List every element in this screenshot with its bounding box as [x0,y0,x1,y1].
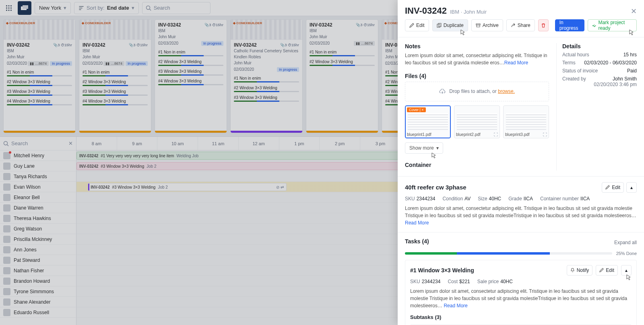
task-card: #1 Window 3×3 Welding Notify Edit ▴ SKU2… [405,260,637,325]
edit-button[interactable]: Edit [405,19,429,31]
container-specs: SKU2344234 ConditionAV Size40HC GradeIIC… [405,196,637,202]
task-notify-button[interactable]: Notify [567,265,593,276]
double-check-icon [592,23,596,28]
panel-title: INV-03242 [405,6,447,16]
task-edit-button[interactable]: Edit [596,265,618,276]
container-heading: Container [405,162,549,168]
cursor-icon [459,29,464,36]
delete-button[interactable] [538,19,549,31]
bell-icon [570,268,575,272]
task-desc: Lorem ipsum dolor sit amet, consectetur … [410,288,632,309]
svg-rect-18 [477,25,480,27]
task-collapse-button[interactable]: ▴ [621,265,632,276]
panel-side-column: Details Actual hours15 hrs Terms02/03/20… [556,43,637,171]
progress-label: 25% Done [616,251,637,256]
panel-subtitle: IBM · John Muir [450,9,487,15]
tasks-section: Tasks (4) Expand all 25% Done #1 Window … [398,232,644,325]
detail-terms: Terms02/03/2020 - 06/03/2020 [562,60,637,66]
container-edit-button[interactable]: Edit [602,182,624,193]
panel-body: Notes Lorem ipsum dolor sit amet, consec… [398,37,644,177]
tasks-heading: Tasks (4) [405,238,429,245]
details-heading: Details [562,43,637,49]
pencil-icon [605,185,610,189]
cursor-icon [625,274,630,281]
close-icon[interactable]: ✕ [631,7,637,16]
share-button[interactable]: Share [506,19,535,31]
files-heading: Files (4) [405,73,549,79]
duplicate-button[interactable]: Duplicate [432,19,468,31]
read-more-link[interactable]: Read More [444,303,467,309]
files-row: Cover | × blueprint1.pdf blueprint2.pdf … [405,105,549,138]
detail-actual-hours: Actual hours15 hrs [562,52,637,58]
file-name: blueprint1.pdf [407,132,431,137]
file-card[interactable]: blueprint2.pdf ⛶ [454,105,500,138]
panel-header: INV-03242 IBM · John Muir ✕ [398,0,644,19]
archive-icon [476,23,481,28]
status-pill[interactable]: In progress [555,19,584,31]
cursor-icon [627,29,633,36]
read-more-link[interactable]: Read More [405,220,429,226]
task-title: #1 Window 3×3 Welding [410,267,564,274]
copy-icon [437,23,442,28]
pencil-icon [409,23,414,28]
expand-icon[interactable]: ⛶ [494,132,498,137]
container-collapse-button[interactable]: ▴ [626,182,637,193]
expand-all-link[interactable]: Expand all [614,240,637,245]
archive-button[interactable]: Archive [471,19,503,31]
files-dropzone[interactable]: Drop files to attach, or browse. [405,82,549,101]
notes-heading: Notes [405,43,549,49]
read-more-link[interactable]: Read More [504,60,528,66]
file-name: blueprint2.pdf [456,132,481,137]
panel-main-column: Notes Lorem ipsum dolor sit amet, consec… [405,43,549,171]
container-desc: Lorem ipsum dolor sit amet, consectetur … [405,205,637,226]
file-card[interactable]: Cover | × blueprint1.pdf [405,105,451,138]
expand-icon[interactable]: ⛶ [543,132,547,137]
file-card[interactable]: blueprint3.pdf ⛶ [503,105,549,138]
mark-ready-button[interactable]: Mark project ready [588,19,637,31]
cover-tag[interactable]: Cover | × [407,107,426,112]
file-name: blueprint3.pdf [505,132,530,137]
chevron-down-icon: ▾ [436,145,439,151]
container-section: 40ft reefer cw 3phase Edit ▴ SKU2344234 … [398,177,644,232]
task-specs: SKU2344234 Cost$221 Sale price40HC [410,279,632,284]
cloud-upload-icon [439,89,446,95]
project-detail-panel: INV-03242 IBM · John Muir ✕ Edit Duplica… [398,0,644,325]
pencil-icon [599,268,604,272]
tasks-progress: 25% Done [405,251,637,256]
show-more-files[interactable]: Show more▾ [405,142,443,154]
trash-icon [541,23,546,28]
cursor-icon [430,152,436,159]
browse-link[interactable]: browse. [498,88,515,94]
share-icon [511,23,516,28]
detail-invoice-status: Status of invoicePaid [562,68,637,74]
notes-body: Lorem ipsum dolor sit amet, consectetur … [405,52,549,66]
container-title: 40ft reefer cw 3phase [405,184,466,191]
panel-toolbar: Edit Duplicate Archive Share In progress… [398,19,644,37]
detail-created-by: Created byJohn Smith02/20/2020 3:46 pm [562,76,637,87]
subtasks-heading: Subtasks (3) [410,314,632,320]
